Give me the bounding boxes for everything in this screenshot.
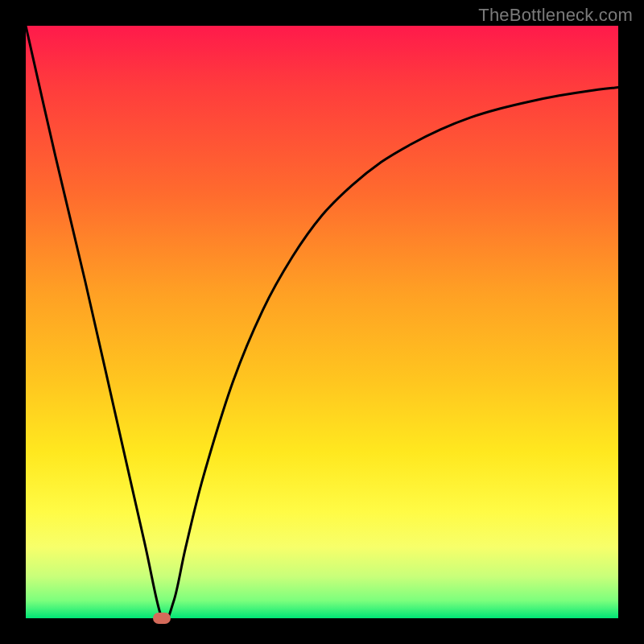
chart-frame: TheBottleneck.com [0, 0, 644, 644]
plot-area [26, 26, 618, 618]
bottleneck-curve [26, 26, 618, 618]
optimal-point-marker [153, 613, 171, 624]
watermark-text: TheBottleneck.com [478, 5, 633, 26]
curve-svg [26, 26, 618, 618]
